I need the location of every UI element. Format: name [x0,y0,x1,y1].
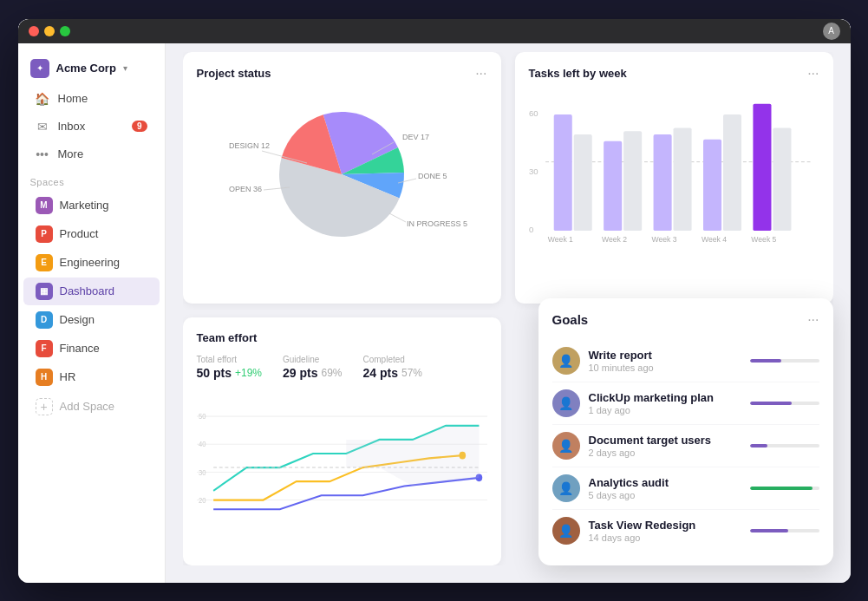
svg-rect-10 [573,134,591,231]
goal-avatar-0: 👤 [552,347,580,375]
space-dot-hr: H [36,369,53,386]
completed-pct: 57% [401,367,422,379]
progress-bg-3 [750,487,819,490]
svg-rect-16 [722,114,741,231]
sidebar-item-marketing[interactable]: M Marketing [23,192,160,219]
guideline-pct: 69% [321,367,342,379]
total-effort-label: Total effort [197,355,263,364]
goal-name-3: Analytics audit [589,476,741,489]
progress-bg-1 [750,402,819,405]
add-space-icon: + [36,398,53,415]
sidebar-item-engineering[interactable]: E Engineering [23,249,160,277]
guideline-label: Guideline [283,355,343,364]
sidebar-item-dashboard[interactable]: ▦ Dashboard [23,278,160,305]
guideline-stat: Guideline 29 pts 69% [283,355,343,380]
line-chart: 50 40 30 20 [197,389,487,519]
project-status-menu[interactable]: ··· [475,66,486,82]
svg-text:0: 0 [529,225,533,234]
svg-text:30: 30 [529,167,538,176]
goal-item-1[interactable]: 👤 ClickUp marketing plan 1 day ago [552,382,819,425]
goal-time-1: 1 day ago [589,405,741,415]
goals-panel: Goals ··· 👤 Write report 10 minutes ago … [538,298,833,565]
bar-chart: 60 30 0 [529,92,819,257]
pie-chart-container: DEV 17 DONE 5 IN PROGRESS 5 OPEN 36 DESI… [197,92,487,257]
inbox-badge: 9 [132,121,147,132]
goal-time-3: 5 days ago [589,490,741,500]
progress-fill-2 [750,444,767,447]
tasks-menu[interactable]: ··· [807,66,819,82]
nav-label-more: More [58,147,84,160]
sidebar-item-product[interactable]: P Product [23,220,160,248]
goal-avatar-2: 👤 [552,432,580,460]
progress-bg-2 [750,444,819,447]
space-dot-product: P [36,225,53,243]
svg-rect-18 [773,127,791,231]
pie-label-done: DONE 5 [418,172,447,180]
sidebar: ✦ Acme Corp ▾ 🏠 Home ✉ Inbox 9 ••• More … [18,19,166,583]
project-status-title: Project status [197,67,271,80]
goal-info-0: Write report 10 minutes ago [589,349,741,373]
progress-fill-0 [750,359,781,363]
team-effort-card: Team effort Total effort 50 pts +19% Gui… [183,317,501,565]
svg-rect-9 [553,114,571,231]
goal-item-2[interactable]: 👤 Document target users 2 days ago [552,425,819,467]
workspace-header[interactable]: ✦ Acme Corp ▾ [18,52,165,85]
goal-progress-0 [750,359,819,363]
minimize-button[interactable] [44,26,55,36]
nav-item-more[interactable]: ••• More [23,141,160,167]
maximize-button[interactable] [60,26,70,36]
goal-name-1: ClickUp marketing plan [589,391,741,404]
svg-text:30: 30 [198,468,206,476]
svg-rect-17 [753,103,771,230]
svg-marker-35 [346,425,479,486]
goal-avatar-4: 👤 [552,517,580,545]
goals-list: 👤 Write report 10 minutes ago 👤 ClickUp … [552,340,819,552]
pie-label-open: OPEN 36 [229,185,262,193]
spaces-list: M Marketing P Product E Engineering ▦ Da… [18,191,165,392]
pie-label-inprogress: IN PROGRESS 5 [407,219,467,228]
space-dot-dashboard: ▦ [36,283,53,300]
svg-text:Week 1: Week 1 [547,235,572,244]
total-effort-stat: Total effort 50 pts +19% [197,355,263,380]
completed-value: 24 pts [363,366,398,380]
sidebar-item-hr[interactable]: H HR [23,363,160,391]
close-button[interactable] [29,26,39,36]
project-status-header: Project status ··· [197,66,487,82]
goals-menu[interactable]: ··· [807,312,819,328]
space-dot-design: D [36,311,53,329]
space-label-product: Product [60,227,99,240]
space-label-design: Design [60,313,95,326]
completed-label: Completed [363,355,423,364]
sidebar-item-design[interactable]: D Design [23,306,160,334]
total-effort-change: +19% [235,367,262,379]
goal-info-1: ClickUp marketing plan 1 day ago [589,391,741,415]
guideline-value: 29 pts [283,366,317,380]
svg-rect-14 [673,127,691,231]
space-label-hr: HR [60,370,76,383]
line-chart-svg: 50 40 30 20 [197,389,487,519]
space-dot-marketing: M [36,197,53,214]
progress-fill-3 [750,487,813,490]
svg-text:20: 20 [198,496,206,504]
user-avatar[interactable]: A [823,23,840,40]
goal-info-2: Document target users 2 days ago [589,434,741,458]
team-effort-title: Team effort [197,331,258,344]
svg-text:Week 2: Week 2 [602,235,627,244]
svg-text:Week 4: Week 4 [701,235,726,244]
space-label-finance: Finance [60,342,100,355]
title-bar: A [18,19,851,43]
goal-item-3[interactable]: 👤 Analytics audit 5 days ago [552,467,819,510]
goals-title: Goals [552,312,589,327]
add-space-button[interactable]: + Add Space [23,393,160,421]
svg-text:Week 5: Week 5 [751,235,776,244]
goal-item-4[interactable]: 👤 Task View Redesign 14 days ago [552,510,819,552]
nav-item-inbox[interactable]: ✉ Inbox 9 [23,114,160,140]
sidebar-item-finance[interactable]: F Finance [23,335,160,363]
svg-text:60: 60 [529,108,538,118]
nav-item-home[interactable]: 🏠 Home [23,86,160,112]
space-label-dashboard: Dashboard [60,284,115,297]
goal-time-0: 10 minutes ago [589,363,741,373]
goal-item-0[interactable]: 👤 Write report 10 minutes ago [552,340,819,382]
pie-chart: DEV 17 DONE 5 IN PROGRESS 5 OPEN 36 DESI… [220,92,463,257]
goal-progress-4 [750,529,819,532]
